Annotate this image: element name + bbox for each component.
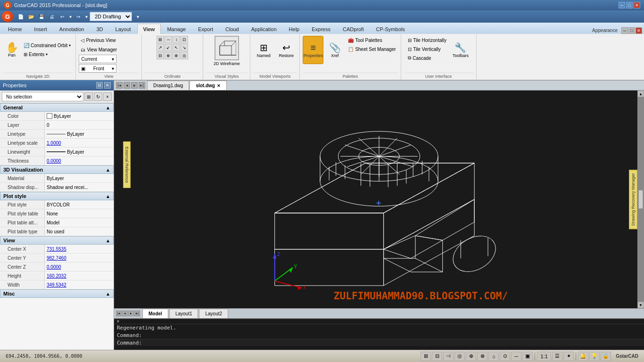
tile-v-button[interactable]: ⊡ Tile Vertically [406,45,448,53]
tile-h-button[interactable]: ⊟ Tile Horizontally [406,36,448,44]
ribbon-close-button[interactable]: ✕ [636,27,642,34]
extents-button[interactable]: ⊞ Extents ▾ [22,50,73,59]
ribbon-restore-button[interactable]: □ [628,27,635,34]
prop-icon-btn-3[interactable]: × [103,92,112,101]
tab-last[interactable]: ▸| [139,82,145,89]
vp-tab-first[interactable]: |◂ [116,311,122,316]
ordinate-btn-4[interactable]: ⊡ [181,36,188,43]
cmd-expand-btn[interactable]: ▼ [116,319,120,324]
vp-tab-next[interactable]: ▸ [128,311,134,316]
new-button[interactable]: 📄 [16,12,25,21]
prop-float-button[interactable]: ⊟ [96,82,103,89]
osnap-btn[interactable]: ⊕ [466,352,476,361]
prop-icon-btn-2[interactable]: ↻ [94,92,102,101]
tab-home[interactable]: Home [2,24,28,34]
slot-tab[interactable]: slot.dwg ✕ [190,81,227,90]
named-button[interactable]: ⊞ Named [253,36,274,64]
tab-manage[interactable]: Manage [161,24,192,34]
save-button[interactable]: 💾 [37,12,46,21]
tab-cadprofi[interactable]: CADprofi [337,24,370,34]
current-dropdown[interactable]: Current ▾ [79,55,116,63]
draft-mode-selector[interactable]: 2D Drafting [90,12,132,21]
model-tab[interactable]: Model [142,309,168,318]
ordinate-btn-2[interactable]: ↔ [165,36,172,43]
undo-dropdown[interactable]: ▾ [68,12,73,21]
external-ref-bar[interactable]: External Reference [123,141,131,188]
v-scrollbar[interactable]: ▲ ▼ [637,90,644,308]
ordinate-btn-1[interactable]: ⊞ [157,36,164,43]
scroll-up-btn[interactable]: ▲ [637,90,644,97]
previous-view-button[interactable]: ◁ Previous View [79,36,117,44]
toolbars-button[interactable]: 🔧 Toolbars [450,36,471,64]
ordinate-btn-3[interactable]: ↕ [173,36,180,43]
tmodel-btn[interactable]: ▣ [522,352,533,361]
tab-prev[interactable]: ◂ [124,82,130,89]
lw-btn[interactable]: ─ [511,352,521,361]
wireframe-preview[interactable] [215,36,239,60]
pan-button[interactable]: ✋ Pan [3,36,21,64]
drawing1-tab[interactable]: Drawing1.dwg [147,81,189,90]
misc-section-header[interactable]: Misc ▲ [0,289,114,298]
tab-express[interactable]: Express [305,24,337,34]
vp-tab-last[interactable]: ▸| [134,311,140,316]
tab-cp-symbols[interactable]: CP-Symbols [370,24,411,34]
panel-btn-2[interactable]: 💡 [589,352,600,361]
command-input[interactable] [142,340,641,346]
viz-section-header[interactable]: 3D Visualization ▲ [0,165,114,174]
scroll-down-btn[interactable]: ▼ [637,302,644,308]
tab-view[interactable]: View [137,24,161,34]
general-section-header[interactable]: General ▲ [0,103,114,112]
annotate-btn[interactable]: 1:1 [537,352,551,361]
grid-btn[interactable]: ⊟ [432,352,442,361]
close-button[interactable]: ✕ [634,2,640,8]
annotate-vis-btn[interactable]: ☰ [552,352,562,361]
ordinate-btn-10[interactable]: ⊕ [165,52,172,59]
slot-tab-close[interactable]: ✕ [217,83,221,88]
ordinate-btn-8[interactable]: ↘ [181,44,188,51]
redo-button[interactable]: ↪ [74,12,83,21]
ordinate-btn-11[interactable]: ⊗ [173,52,180,59]
ordinate-btn-5[interactable]: ↗ [157,44,164,51]
undo-button[interactable]: ↩ [58,12,67,21]
constrained-orbit-button[interactable]: 🔄 Constrained Orbit ▾ [22,41,73,50]
ducs-btn[interactable]: ⌂ [488,352,499,361]
properties-palette-button[interactable]: ≡ Properties [303,36,323,64]
sheet-set-manager-button[interactable]: 📋 Sheet Set Manager [346,45,397,53]
tab-application[interactable]: Application [245,24,283,34]
workspace-switch-btn[interactable]: ✦ [563,352,574,361]
minimize-button[interactable]: ─ [619,2,625,8]
plot-section-header[interactable]: Plot style ▲ [0,192,114,200]
ortho-btn[interactable]: ⊣ [443,352,454,361]
view-section-header[interactable]: View ▲ [0,236,114,245]
recovery-manager-bar[interactable]: Drawing Recovery Manager [629,170,637,229]
tab-insert[interactable]: Insert [28,24,53,34]
polar-btn[interactable]: ◎ [454,352,465,361]
ribbon-min-button[interactable]: ─ [621,27,628,34]
3d-viewport[interactable]: Z Y X ZULFIMUHAMMAD90.BLOGSPOT.COM/ [114,90,644,308]
snap-btn[interactable]: ⊞ [421,352,431,361]
layout2-tab[interactable]: Layout2 [199,309,228,318]
tab-help[interactable]: Help [283,24,306,34]
tab-next[interactable]: ▸ [131,82,138,89]
panel-btn-1[interactable]: 🔔 [578,352,588,361]
vp-tab-prev[interactable]: ◂ [122,311,128,316]
scroll-thumb[interactable] [638,190,643,209]
dyn-btn[interactable]: ⊙ [500,352,510,361]
open-button[interactable]: 📂 [26,12,36,21]
cascade-button[interactable]: ⧉ Cascade [406,54,448,62]
tab-cloud[interactable]: Cloud [219,24,245,34]
panel-btn-3[interactable]: 🔒 [601,352,611,361]
front-dropdown[interactable]: ▣ Front ▾ [79,64,116,73]
prop-icon-btn-1[interactable]: ⊞ [84,92,93,101]
ordinate-btn-7[interactable]: ↖ [173,44,180,51]
print-button[interactable]: 🖨 [47,12,57,21]
tab-export[interactable]: Export [192,24,219,34]
layout1-tab[interactable]: Layout1 [169,309,198,318]
tool-palettes-button[interactable]: 🧰 Tool Palettes [346,36,397,44]
prop-close-button[interactable]: ✕ [104,82,111,89]
xref-palette-button[interactable]: 📎 Xref [324,36,345,64]
restore-button[interactable]: □ [626,2,633,8]
object-selector[interactable]: No selection [2,92,83,101]
restore-viewport-button[interactable]: ↩ Restore [276,36,297,64]
tab-first[interactable]: |◂ [116,82,123,89]
